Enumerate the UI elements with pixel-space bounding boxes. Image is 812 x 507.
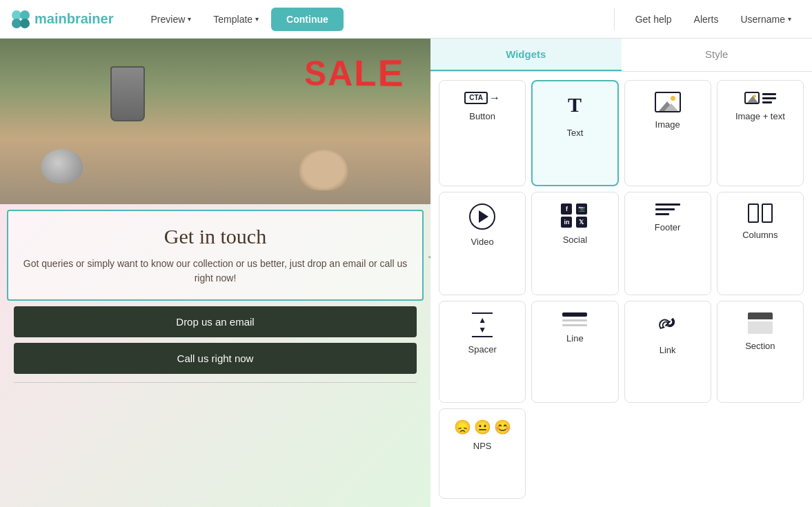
panel-tabs: Widgets Style: [430, 39, 812, 72]
footer-widget-icon: [655, 203, 680, 215]
nav-right-links: Get help Alerts Username ▾: [614, 8, 801, 30]
widget-spacer[interactable]: ▲ ▼ Spacer: [439, 301, 526, 403]
widget-nps[interactable]: 😞 😐 😊 NPS: [439, 408, 526, 499]
widget-grid: CTA → Button T Text: [430, 72, 812, 507]
get-in-touch-section: ◀ Get in touch Got queries or simply wan…: [7, 210, 424, 301]
logo-icon: [11, 10, 30, 29]
tab-widgets[interactable]: Widgets: [430, 39, 622, 71]
logo-text: mainbrainer: [34, 11, 114, 27]
lantern-decoration: [110, 66, 145, 121]
nps-happy-face-icon: 😊: [494, 420, 511, 434]
preview-chevron-icon: ▾: [188, 15, 191, 23]
social-widget-icon: f 📷 in 𝕏: [561, 203, 588, 228]
nav-links: Preview ▾ Template ▾ Continue: [141, 8, 614, 31]
link-widget-icon: [657, 312, 679, 338]
widget-video[interactable]: Video: [439, 192, 526, 295]
spacer-widget-icon: ▲ ▼: [472, 312, 493, 337]
widget-footer[interactable]: Footer: [624, 192, 711, 295]
get-help-link[interactable]: Get help: [626, 8, 682, 30]
svg-text:T: T: [568, 93, 582, 116]
columns-widget-icon: [748, 203, 773, 223]
widget-image-text[interactable]: Image + text: [717, 80, 804, 186]
username-nav-item[interactable]: Username ▾: [731, 8, 801, 30]
main-area: SALE ◀ Get in touch Got queries or simpl…: [0, 39, 812, 507]
username-chevron-icon: ▾: [788, 15, 791, 23]
widget-line[interactable]: Line: [531, 301, 618, 403]
button-widget-icon: CTA →: [464, 92, 500, 104]
footer-widget-label: Footer: [655, 222, 681, 232]
template-chevron-icon: ▾: [255, 15, 259, 23]
text-widget-label: Text: [566, 128, 583, 138]
widget-social[interactable]: f 📷 in 𝕏 Social: [531, 192, 618, 295]
canvas-area: SALE ◀ Get in touch Got queries or simpl…: [0, 39, 430, 507]
top-navigation: mainbrainer Preview ▾ Template ▾ Continu…: [0, 0, 812, 39]
video-widget-icon: [469, 203, 495, 230]
columns-widget-label: Columns: [742, 230, 778, 240]
canvas-hero-image: SALE: [0, 39, 430, 204]
right-panel: Widgets Style CTA → Button T: [430, 39, 812, 507]
logo: mainbrainer: [11, 10, 114, 29]
cta-buttons-area: Drop us an email Call us right now: [0, 306, 430, 374]
nps-sad-face-icon: 😞: [454, 420, 471, 434]
nps-widget-label: NPS: [473, 441, 492, 451]
sale-text: SALE: [305, 51, 406, 95]
teapot-decoration: [41, 149, 83, 183]
section-title: Get in touch: [22, 225, 408, 248]
image-widget-label: Image: [655, 119, 680, 130]
image-text-widget-icon: [744, 92, 776, 104]
svg-point-0: [12, 10, 21, 20]
widget-section[interactable]: Section: [717, 301, 804, 403]
alerts-link[interactable]: Alerts: [684, 8, 729, 30]
continue-button[interactable]: Continue: [271, 8, 344, 31]
social-widget-label: Social: [563, 235, 587, 245]
section-widget-label: Section: [745, 341, 775, 351]
drag-arrow-icon: ◀: [428, 244, 430, 267]
svg-point-2: [12, 19, 21, 28]
line-widget-label: Line: [566, 333, 584, 344]
widget-button[interactable]: CTA → Button: [439, 80, 526, 186]
button-widget-label: Button: [469, 111, 495, 121]
hero-image-inner: SALE: [0, 39, 430, 204]
widget-columns[interactable]: Columns: [717, 192, 804, 295]
video-widget-label: Video: [471, 237, 494, 247]
image-widget-icon: [655, 92, 681, 112]
widget-image[interactable]: Image: [624, 80, 711, 186]
svg-point-1: [20, 10, 30, 20]
link-widget-label: Link: [660, 345, 676, 355]
template-nav-item[interactable]: Template ▾: [204, 8, 268, 30]
svg-point-3: [20, 19, 30, 28]
call-button[interactable]: Call us right now: [14, 343, 417, 374]
nps-neutral-face-icon: 😐: [474, 420, 491, 434]
line-widget-icon: [562, 312, 587, 326]
preview-nav-item[interactable]: Preview ▾: [141, 8, 201, 30]
nps-widget-icon: 😞 😐 😊: [454, 420, 511, 434]
widget-text[interactable]: T Text: [531, 80, 618, 186]
email-button[interactable]: Drop us an email: [14, 306, 417, 337]
tab-style[interactable]: Style: [622, 39, 813, 71]
text-widget-icon: T: [562, 92, 587, 121]
section-widget-icon: [748, 312, 773, 334]
section-description: Got queries or simply want to know our c…: [22, 257, 408, 286]
spacer-widget-label: Spacer: [468, 344, 497, 355]
widget-link[interactable]: Link: [624, 301, 711, 403]
flowers-decoration: [299, 149, 348, 190]
image-text-widget-label: Image + text: [735, 111, 785, 121]
section-divider: [14, 382, 417, 383]
